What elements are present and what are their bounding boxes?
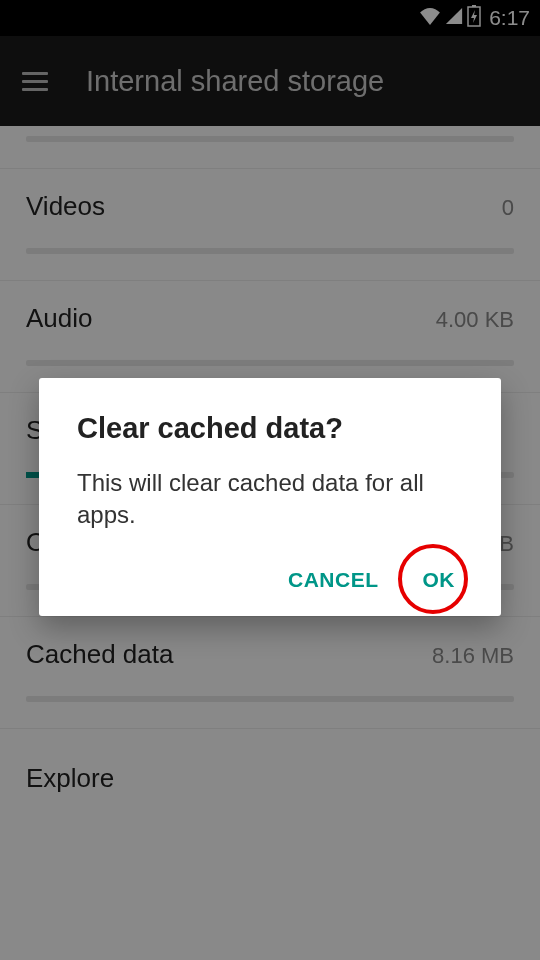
clear-cache-dialog: Clear cached data? This will clear cache… xyxy=(39,378,501,616)
cancel-button[interactable]: CANCEL xyxy=(288,568,379,592)
dialog-title: Clear cached data? xyxy=(77,412,463,445)
dialog-actions: CANCEL OK xyxy=(77,568,463,598)
dialog-message: This will clear cached data for all apps… xyxy=(77,467,463,532)
ok-button[interactable]: OK xyxy=(423,568,456,592)
